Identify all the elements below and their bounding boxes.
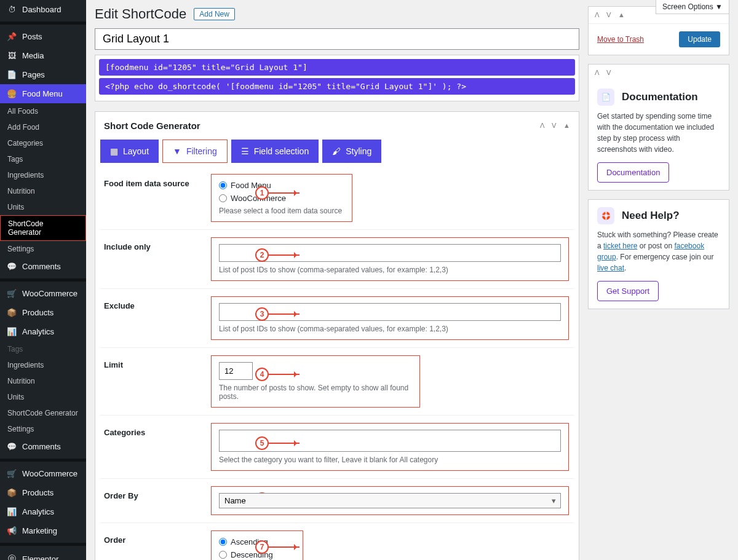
submenu-ingredients[interactable]: Ingredients — [0, 357, 86, 373]
callout-5: 5 — [255, 436, 269, 450]
pages-icon: 📄 — [6, 70, 17, 79]
submenu-shortcode-generator[interactable]: ShortCode Generator — [0, 215, 86, 241]
submenu-nutrition[interactable]: Nutrition — [0, 373, 86, 389]
order-desc-radio[interactable] — [219, 551, 227, 559]
submenu-add-food[interactable]: Add Food — [0, 119, 86, 135]
help-icon: 🛟 — [597, 207, 614, 224]
documentation-box: ᐱ ᐯ 📄Documentation Get started by spendi… — [588, 64, 729, 191]
documentation-button[interactable]: Documentation — [597, 162, 669, 183]
orderby-select[interactable]: Name — [219, 493, 561, 508]
submenu-nutrition[interactable]: Nutrition — [0, 183, 86, 199]
woocommerce-icon: 🛒 — [6, 289, 17, 298]
submenu-tags[interactable]: Tags — [0, 341, 86, 357]
doc-text: Get started by spending some time with t… — [597, 111, 720, 155]
menu-woocommerce[interactable]: 🛒WooCommerce — [0, 464, 86, 483]
page-title: Edit ShortCode — [95, 6, 186, 22]
doc-icon: 📄 — [597, 89, 614, 106]
callout-3: 3 — [255, 307, 269, 321]
submenu-settings[interactable]: Settings — [0, 241, 86, 257]
dashboard-icon: ⏱ — [6, 5, 17, 14]
php-shortcode-line[interactable]: <?php echo do_shortcode( '[foodmenu id="… — [99, 78, 575, 95]
panel-heading: Short Code Generator — [104, 120, 200, 131]
source-woocommerce-radio[interactable] — [219, 194, 227, 202]
callout-2: 2 — [255, 248, 269, 262]
get-support-button[interactable]: Get Support — [597, 281, 659, 301]
comments-icon: 💬 — [6, 262, 17, 271]
submenu-ingredients[interactable]: Ingredients — [0, 167, 86, 183]
livechat-link[interactable]: live chat — [597, 264, 624, 272]
need-help-box: 🛟Need Help? Stuck with something? Please… — [588, 199, 729, 309]
admin-sidebar: ⏱Dashboard📌Posts🖼Media📄Pages🍔Food MenuAl… — [0, 0, 86, 560]
callout-1: 1 — [255, 186, 269, 200]
menu-marketing[interactable]: 📢Marketing — [0, 521, 86, 540]
menu-elementor[interactable]: ⓔElementor — [0, 548, 86, 560]
callout-7: 7 — [255, 540, 269, 554]
source-label: Food item data source — [100, 174, 211, 222]
analytics-icon: 📊 — [6, 507, 17, 516]
submenu-shortcode-generator[interactable]: ShortCode Generator — [0, 405, 86, 421]
submenu-units[interactable]: Units — [0, 199, 86, 215]
panel-toggle-handles[interactable]: ᐱ ᐯ ▲ — [540, 121, 570, 130]
analytics-icon: 📊 — [6, 327, 17, 336]
shortcode-title-input[interactable] — [95, 28, 579, 50]
filtering-tab-icon: ▼ — [173, 146, 181, 156]
tab-layout[interactable]: ▦Layout — [100, 140, 159, 163]
order-label: Order — [100, 530, 211, 560]
menu-food-menu[interactable]: 🍔Food Menu — [0, 84, 86, 103]
callout-4: 4 — [255, 368, 269, 381]
exclude-label: Exclude — [100, 296, 211, 340]
submenu-settings[interactable]: Settings — [0, 421, 86, 437]
help-text: Stuck with something? Please create a ti… — [597, 229, 720, 274]
submenu-all-foods[interactable]: All Foods — [0, 103, 86, 119]
screen-options-button[interactable]: Screen Options ▼ — [656, 0, 729, 14]
styling-tab-icon: 🖌 — [332, 146, 341, 156]
field selection-tab-icon: ☰ — [241, 146, 249, 156]
limit-input[interactable] — [219, 362, 253, 380]
menu-comments[interactable]: 💬Comments — [0, 437, 86, 456]
marketing-icon: 📢 — [6, 526, 17, 535]
menu-analytics[interactable]: 📊Analytics — [0, 502, 86, 521]
categories-label: Categories — [100, 423, 211, 471]
menu-pages[interactable]: 📄Pages — [0, 65, 86, 84]
comments-icon: 💬 — [6, 442, 17, 451]
generator-tabs: ▦Layout▼Filtering☰Field selection🖌Stylin… — [95, 140, 579, 163]
update-button[interactable]: Update — [679, 31, 720, 47]
shortcode-output-box: [foodmenu id="1205" title="Grid Layout 1… — [95, 55, 579, 101]
products-icon: 📦 — [6, 308, 17, 317]
products-icon: 📦 — [6, 488, 17, 497]
menu-analytics[interactable]: 📊Analytics — [0, 322, 86, 341]
limit-label: Limit — [100, 355, 211, 408]
menu-products[interactable]: 📦Products — [0, 303, 86, 322]
tab-filtering[interactable]: ▼Filtering — [162, 140, 228, 163]
submenu-tags[interactable]: Tags — [0, 151, 86, 167]
doc-toggle[interactable]: ᐱ ᐯ — [589, 65, 729, 81]
filtering-form: 1 Food item data source Food Menu WooCom… — [95, 163, 579, 560]
tab-field-selection[interactable]: ☰Field selection — [231, 140, 319, 163]
shortcode-generator-panel: Short Code Generator ᐱ ᐯ ▲ ▦Layout▼Filte… — [95, 111, 579, 560]
tab-styling[interactable]: 🖌Styling — [322, 140, 381, 163]
layout-tab-icon: ▦ — [110, 146, 118, 156]
ticket-link[interactable]: ticket here — [603, 242, 637, 250]
order-asc-radio[interactable] — [219, 538, 227, 546]
doc-title: Documentation — [622, 91, 698, 103]
menu-media[interactable]: 🖼Media — [0, 46, 86, 65]
submenu-categories[interactable]: Categories — [0, 135, 86, 151]
source-foodmenu-radio[interactable] — [219, 181, 227, 189]
orderby-label: Order By — [100, 486, 211, 515]
move-to-trash-link[interactable]: Move to Trash — [597, 35, 644, 44]
media-icon: 🖼 — [6, 51, 17, 60]
add-new-button[interactable]: Add New — [194, 8, 235, 20]
woocommerce-icon: 🛒 — [6, 469, 17, 478]
elementor-icon: ⓔ — [6, 553, 17, 560]
menu-dashboard[interactable]: ⏱Dashboard — [0, 0, 86, 19]
posts-icon: 📌 — [6, 32, 17, 41]
food-menu-icon: 🍔 — [6, 89, 17, 98]
menu-posts[interactable]: 📌Posts — [0, 27, 86, 46]
submenu-units[interactable]: Units — [0, 389, 86, 405]
menu-woocommerce[interactable]: 🛒WooCommerce — [0, 284, 86, 303]
menu-products[interactable]: 📦Products — [0, 483, 86, 502]
main-content: Screen Options ▼ Edit ShortCode Add New … — [86, 0, 738, 560]
shortcode-line[interactable]: [foodmenu id="1205" title="Grid Layout 1… — [99, 59, 575, 76]
menu-comments[interactable]: 💬Comments — [0, 257, 86, 276]
include-label: Include only — [100, 237, 211, 281]
